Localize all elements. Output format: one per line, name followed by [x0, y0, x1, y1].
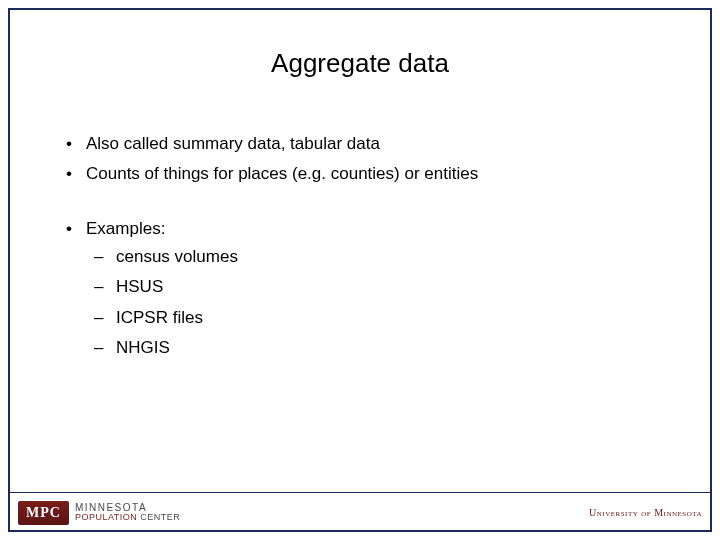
spacer — [58, 192, 662, 216]
logo-right: University of Minnesota — [589, 507, 702, 518]
sub-list: census volumes HSUS ICPSR files NHGIS — [86, 244, 662, 361]
bullet-item-examples: Examples: census volumes HSUS ICPSR file… — [58, 216, 662, 362]
footer: MPC MINNESOTA POPULATION CENTER Universi… — [8, 492, 712, 532]
bullet-list: Also called summary data, tabular data C… — [58, 131, 662, 361]
slide-title: Aggregate data — [58, 48, 662, 79]
slide-content: Aggregate data Also called summary data,… — [8, 8, 712, 492]
bullet-item: Also called summary data, tabular data — [58, 131, 662, 157]
examples-label: Examples: — [86, 219, 165, 238]
bullet-item: Counts of things for places (e.g. counti… — [58, 161, 662, 187]
sub-item: census volumes — [86, 244, 662, 270]
sub-item: HSUS — [86, 274, 662, 300]
mpc-line2: POPULATION CENTER — [75, 513, 180, 522]
logo-left: MPC MINNESOTA POPULATION CENTER — [18, 501, 180, 525]
sub-item: NHGIS — [86, 335, 662, 361]
mpc-logo-text: MINNESOTA POPULATION CENTER — [75, 503, 180, 522]
mpc-line2b: CENTER — [140, 512, 180, 522]
mpc-logo-icon: MPC — [18, 501, 69, 525]
mpc-line2a: POPULATION — [75, 512, 137, 522]
sub-item: ICPSR files — [86, 305, 662, 331]
